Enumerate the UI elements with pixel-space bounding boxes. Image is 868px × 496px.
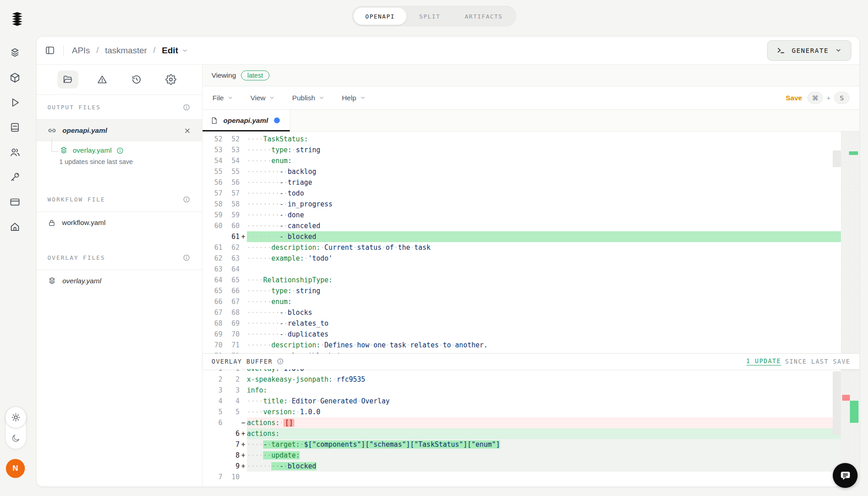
billing-card-icon[interactable]: [9, 196, 21, 208]
line-number-old: 62: [203, 253, 222, 264]
editor-scrollbar[interactable]: [833, 150, 841, 167]
code-line: 6768········-·blocks: [203, 307, 859, 318]
save-button[interactable]: Save: [786, 94, 802, 102]
code-token: 1.0.0: [300, 408, 320, 416]
line-number-new: 68: [222, 307, 240, 318]
breadcrumb-project[interactable]: taskmaster: [105, 46, 147, 56]
whitespace-dots: ·: [382, 243, 386, 252]
code-token: the: [398, 243, 410, 252]
layers-icon[interactable]: [9, 47, 21, 59]
code-text: ····-·target:·$["components"]["schemas"]…: [247, 439, 859, 450]
breadcrumb-edit-dropdown[interactable]: Edit: [162, 46, 188, 56]
code-token: of: [386, 243, 394, 252]
code-text: ······description:·Current·status·of·the…: [247, 242, 859, 253]
workflow-file-header: WORKFLOW FILE: [37, 187, 202, 212]
info-icon[interactable]: [116, 147, 124, 154]
api-key-icon[interactable]: [9, 171, 21, 183]
package-icon[interactable]: [9, 72, 21, 84]
info-icon[interactable]: [183, 103, 190, 111]
whitespace-dots: ····: [247, 135, 263, 143]
diff-marker: [240, 177, 247, 188]
code-token: description:: [271, 341, 320, 349]
updates-note: 1 updates since last save: [59, 158, 191, 165]
update-count-link[interactable]: 1 UPDATE: [746, 357, 781, 365]
generate-button[interactable]: GENERATE: [767, 40, 851, 61]
menu-help[interactable]: Help: [342, 94, 366, 102]
line-number-new: 56: [222, 177, 240, 188]
file-row-openapi[interactable]: openapi.yaml: [37, 120, 202, 141]
deleted-change-mark: [842, 395, 850, 401]
info-icon[interactable]: [277, 358, 284, 365]
code-token: -: [279, 462, 283, 470]
file-row-overlay[interactable]: overlay.yaml: [37, 270, 202, 292]
line-number-new: 6: [222, 428, 240, 439]
line-number-old: 59: [203, 210, 222, 220]
users-icon[interactable]: [9, 146, 21, 158]
menu-publish[interactable]: Publish: [292, 94, 325, 102]
code-text: ······description:·Defines·how·one·task·…: [247, 340, 859, 351]
run-icon[interactable]: [9, 97, 21, 108]
diff-marker: +: [240, 450, 247, 461]
line-number-old: 63: [203, 264, 222, 275]
dark-mode-button[interactable]: [5, 428, 26, 449]
code-token: type:: [271, 146, 292, 154]
whitespace-dots: ·: [451, 341, 455, 349]
code-text: overlay:·1.0.0: [247, 369, 859, 374]
close-icon[interactable]: [184, 127, 191, 135]
file-row-workflow[interactable]: workflow.yaml: [37, 212, 202, 234]
file-row-linked-overlay[interactable]: overlay.yaml: [59, 146, 191, 155]
cmd-key-badge: ⌘: [807, 92, 823, 104]
overlay-layers-icon: [47, 276, 57, 285]
tab-artifacts[interactable]: ARTIFACTS: [453, 8, 514, 25]
workflow-file-title: WORKFLOW FILE: [47, 196, 105, 203]
info-icon[interactable]: [183, 196, 190, 203]
chat-widget-button[interactable]: [833, 463, 858, 488]
line-number-old: 55: [203, 166, 222, 177]
line-number-old: 6: [203, 417, 222, 428]
code-text: ········-·blocked: [247, 461, 859, 472]
home-icon[interactable]: [9, 221, 21, 233]
whitespace-dots: ··: [271, 462, 279, 470]
chat-bubble-icon: [839, 469, 852, 482]
settings-tab[interactable]: [160, 70, 181, 89]
problems-tab[interactable]: [92, 70, 113, 89]
speakeasy-logo-icon[interactable]: [8, 10, 26, 29]
tab-openapi-yaml[interactable]: openapi.yaml: [203, 110, 290, 131]
code-token: -: [279, 168, 283, 176]
tab-openapi[interactable]: OPENAPI: [354, 8, 406, 25]
code-token: description:: [271, 243, 320, 252]
tab-split[interactable]: SPLIT: [407, 8, 452, 25]
user-avatar[interactable]: N: [6, 459, 25, 478]
breadcrumb-apis[interactable]: APIs: [72, 46, 90, 56]
history-tab[interactable]: [126, 70, 147, 89]
code-token: actions:: [247, 430, 279, 438]
whitespace-dots: ·: [321, 341, 325, 349]
light-mode-button[interactable]: [5, 407, 26, 428]
files-tab[interactable]: [57, 70, 78, 89]
whitespace-dots: ··: [263, 451, 271, 459]
code-token: blocks: [288, 309, 312, 317]
info-icon[interactable]: [183, 254, 190, 262]
whitespace-dots: ······: [247, 146, 271, 154]
whitespace-dots: ·: [283, 330, 288, 338]
sidebar-toggle-icon[interactable]: [45, 45, 55, 56]
version-badge[interactable]: latest: [241, 70, 269, 80]
code-text: ········-·todo: [247, 188, 859, 199]
whitespace-dots: ·: [316, 397, 321, 405]
lock-icon: [47, 219, 56, 227]
openapi-code-editor[interactable]: 5252····TaskStatus:5353······type:·strin…: [203, 131, 859, 353]
line-number-new: 70: [222, 329, 240, 340]
breadcrumb-separator: /: [153, 46, 156, 55]
code-text: ······type:·string: [247, 145, 859, 155]
menu-file[interactable]: File: [212, 94, 233, 102]
code-text: ······type:·string: [247, 285, 859, 296]
code-token: version:: [263, 408, 296, 416]
link-icon: [47, 126, 57, 135]
code-text: ········-·relates_to: [247, 318, 859, 329]
whitespace-dots: ·: [439, 341, 443, 349]
overlay-buffer-editor[interactable]: 11overlay:·1.0.022x-speakeasy-jsonpath:·…: [203, 369, 859, 487]
editor-scrollbar[interactable]: [833, 371, 841, 435]
menu-view[interactable]: View: [250, 94, 275, 102]
whitespace-dots: ········: [247, 222, 279, 230]
docs-icon[interactable]: [9, 122, 21, 133]
